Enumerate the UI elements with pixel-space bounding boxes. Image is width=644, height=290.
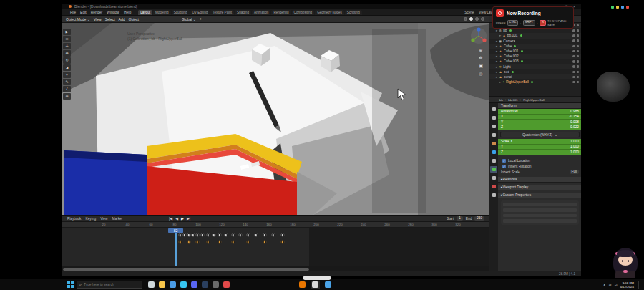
tray-chevron-icon[interactable]: ∧ [603, 283, 606, 287]
recorder-icon-wrap[interactable] [311, 281, 320, 289]
outliner-row[interactable]: ▸✳Light [489, 64, 581, 69]
desktop-status-dot[interactable] [616, 6, 619, 9]
notes-icon-wrap[interactable] [323, 281, 333, 289]
ortho-toggle-icon[interactable]: ◎ [479, 71, 483, 76]
keyframe-diamond[interactable] [224, 233, 228, 236]
disclosure-icon[interactable]: ▸ [496, 39, 497, 43]
jump-start-button[interactable]: |◀ [169, 216, 172, 221]
properties-tab-1[interactable] [490, 115, 497, 121]
keyframe-diamond[interactable] [231, 240, 235, 243]
keyframe-diamond[interactable] [238, 233, 242, 236]
prev-frame-button[interactable]: ◀ [175, 216, 178, 221]
hide-icon[interactable] [572, 50, 575, 53]
keyframe-diamond[interactable] [246, 240, 250, 243]
steam-icon[interactable] [202, 281, 208, 288]
outliner-row[interactable]: ▸▲Cube.001 [489, 49, 581, 54]
scale-tool-icon[interactable]: ◢ [63, 64, 71, 71]
rotation-field[interactable]: X-0.154 [498, 115, 581, 120]
disclosure-icon[interactable]: ▸ [496, 29, 497, 32]
disclosure-icon[interactable]: ▸ [496, 65, 497, 69]
keyframe-diamond[interactable] [231, 233, 235, 236]
start-frame-field[interactable]: 1 [457, 216, 463, 221]
breadcrumb-item[interactable]: bb [499, 98, 503, 102]
section-custom-properties[interactable]: ▸ Custom Properties [498, 193, 581, 198]
keyframe-diamond[interactable] [281, 233, 285, 236]
tab-shading[interactable]: Shading [235, 10, 251, 15]
keyframe-diamond[interactable] [182, 233, 186, 236]
render-visibility-icon[interactable] [577, 34, 580, 37]
menu-file[interactable]: File [70, 10, 76, 14]
obs-icon[interactable] [213, 281, 219, 288]
render-visibility-icon[interactable] [577, 29, 580, 32]
properties-tab-5[interactable] [490, 149, 497, 155]
outliner-row[interactable]: ▸⌖RightUpperBall [489, 79, 581, 84]
desktop-status-dot[interactable] [611, 6, 614, 9]
scale-field[interactable]: Z1.000 [498, 150, 581, 155]
properties-tab-7[interactable] [490, 166, 497, 173]
menu-edit[interactable]: Edit [80, 10, 87, 14]
properties-tab-0[interactable] [490, 106, 497, 112]
disclosure-icon[interactable]: ▸ [496, 70, 497, 74]
rotation-mode-dropdown[interactable]: Quaternion (WXYZ)⌄ [500, 132, 580, 137]
mail-icon[interactable] [180, 281, 187, 288]
keyframe-diamond[interactable] [178, 240, 182, 243]
render-visibility-icon[interactable] [577, 45, 580, 48]
end-frame-field[interactable]: 250 [474, 216, 484, 221]
timeline-menu-playback[interactable]: Playback [67, 217, 81, 221]
cursor-tool-icon[interactable]: ✛ [63, 43, 71, 49]
current-frame-indicator[interactable]: 82 [168, 228, 183, 233]
section-relations[interactable]: ▸ Relations [498, 177, 581, 183]
rendered-shading-icon[interactable] [481, 17, 484, 21]
disclosure-icon[interactable]: ▸ [496, 75, 497, 79]
outliner-row[interactable]: ▸▲Cube.003 [489, 59, 581, 64]
volume-icon[interactable]: ◅ [615, 283, 618, 287]
hide-icon[interactable] [572, 29, 575, 32]
rotation-field[interactable]: Rotation W0.988 [498, 109, 581, 115]
keyframe-diamond[interactable] [218, 240, 221, 243]
camera-view-icon[interactable]: ▣ [479, 63, 483, 68]
show-desktop-button[interactable] [638, 281, 640, 289]
outliner-row[interactable]: ▸▲bed [489, 69, 581, 74]
render-visibility-icon[interactable] [577, 71, 580, 74]
render-visibility-icon[interactable] [577, 81, 580, 84]
desktop-status-dot[interactable] [626, 6, 629, 9]
scene-selector[interactable]: Scene [464, 11, 474, 14]
hide-icon[interactable] [572, 81, 575, 84]
tab-scripting[interactable]: Scripting [345, 10, 362, 15]
tab-layout[interactable]: Layout [138, 10, 152, 15]
disclosure-icon[interactable]: ▸ [496, 54, 497, 58]
blender-icon[interactable] [299, 281, 306, 288]
transform-section-header[interactable]: Transform [498, 103, 581, 109]
desktop-status-dot[interactable] [621, 6, 624, 9]
render-visibility-icon[interactable] [577, 65, 580, 68]
jump-end-button[interactable]: ▶| [187, 216, 190, 221]
taskbar-clock[interactable]: 9:58 PM 4/12/2024 [620, 281, 634, 289]
keyframe-diamond[interactable] [195, 240, 199, 243]
rotate-tool-icon[interactable]: ↻ [63, 57, 71, 64]
inherit-scale-dropdown[interactable]: Full [570, 170, 579, 174]
outliner-row[interactable]: ▸⋔bb [489, 28, 581, 33]
checkbox-checked[interactable]: ✓ [502, 159, 506, 163]
properties-tab-8[interactable] [490, 175, 497, 181]
render-visibility-icon[interactable] [577, 24, 580, 27]
outliner-row[interactable]: ▸▲bb.001 [489, 33, 581, 38]
hide-icon[interactable] [572, 65, 575, 68]
timeline-scrollbar-thumb[interactable] [63, 268, 309, 271]
tab-geometry-nodes[interactable]: Geometry Nodes [315, 10, 344, 15]
checkbox-row[interactable]: ✓Local Location [498, 158, 581, 164]
keyframe-diamond[interactable] [191, 233, 195, 236]
breadcrumb-item[interactable]: RightUpperBall [523, 98, 545, 102]
folder-icon[interactable] [159, 281, 165, 288]
scale-field[interactable]: Scale X1.000 [498, 139, 581, 145]
box-select-tool-icon[interactable]: □ [63, 36, 71, 42]
properties-tab-3[interactable] [490, 132, 497, 138]
hide-icon[interactable] [572, 45, 575, 48]
transform-tool-icon[interactable]: ⌖ [63, 72, 71, 78]
viewport-menu-view[interactable]: View [94, 17, 102, 21]
render-visibility-icon[interactable] [577, 50, 580, 53]
discord-icon[interactable] [191, 281, 197, 288]
viewport-canvas[interactable]: ▶□✛✥↻◢⌖✎∠⊕ User Perspective (1) Collecti… [62, 23, 489, 215]
timeline-menu-keying[interactable]: Keying [85, 217, 96, 221]
taskbar-search[interactable]: ⌕ [77, 281, 142, 289]
measure-tool-icon[interactable]: ∠ [63, 86, 71, 92]
